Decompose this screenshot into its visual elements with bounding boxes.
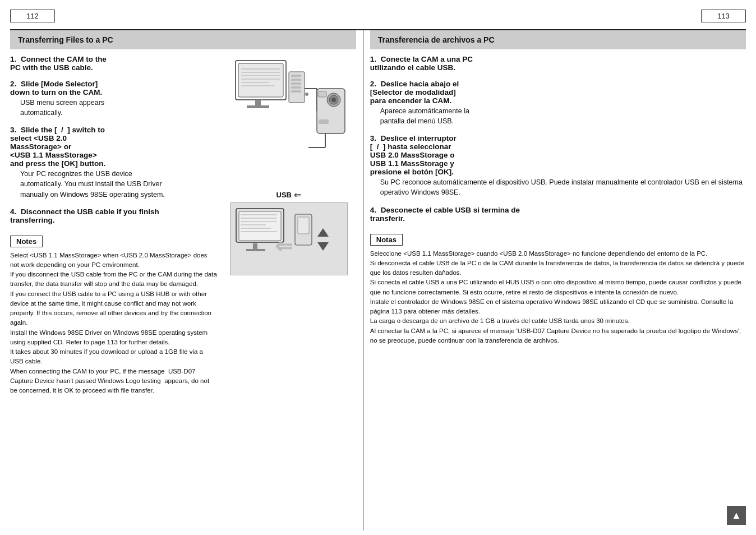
left-step2-sub: USB menu screen appearsautomatically.: [20, 98, 218, 118]
right-instruction-2-text: 2. Deslice hacia abajo el[Selector de mo…: [370, 80, 746, 105]
right-instruction-4-text: 4. Desconecte el cable USB si termina de…: [370, 206, 746, 223]
svg-marker-43: [317, 242, 329, 251]
svg-rect-8: [291, 86, 301, 89]
two-col-layout: Transferring Files to a PC 1. Connect th…: [10, 30, 746, 531]
left-content-area: 1. Connect the CAM to thePC with the USB…: [10, 55, 356, 531]
right-instruction-3: 3. Deslice el interruptor[ / ] hasta sel…: [370, 134, 746, 197]
left-instruction-2-text: 2. Slide [Mode Selector]down to turn on …: [10, 80, 218, 96]
right-section-title: Transferencia de archivos a PC: [378, 35, 495, 44]
right-step2-bold: Deslice hacia abajo el[Selector de modal…: [370, 80, 459, 105]
left-step3-bold: Slide the [ / ] switch toselect <USB 2.0…: [10, 126, 105, 168]
svg-rect-36: [241, 224, 266, 225]
right-instructions: 1. Conecte la CAM a una PCutilizando el …: [370, 55, 746, 531]
svg-rect-5: [291, 75, 301, 77]
left-column: Transferring Files to a PC 1. Connect th…: [10, 30, 363, 531]
left-page-number: 112: [10, 10, 55, 22]
svg-rect-40: [298, 217, 309, 234]
left-instructions: 1. Connect the CAM to thePC with the USB…: [10, 55, 222, 531]
svg-rect-3: [247, 105, 269, 108]
svg-rect-12: [241, 72, 280, 73]
scroll-up-button[interactable]: ▲: [727, 506, 746, 525]
svg-rect-37: [241, 228, 271, 229]
left-instruction-1-text: 1. Connect the CAM to thePC with the USB…: [10, 55, 218, 72]
svg-rect-38: [241, 231, 277, 232]
left-instruction-4-text: 4. Disconnect the USB cable if you finis…: [10, 207, 218, 224]
svg-rect-1: [238, 63, 283, 97]
right-section-header: Transferencia de archivos a PC: [370, 30, 746, 49]
svg-rect-31: [253, 243, 257, 249]
left-step4-bold: Disconnect the USB cable if you finishtr…: [10, 207, 159, 224]
svg-point-10: [305, 93, 308, 96]
svg-rect-32: [246, 249, 265, 251]
right-notes-text: Seleccione <USB 1.1 MassStorage> cuando …: [370, 249, 746, 346]
svg-rect-13: [241, 75, 280, 76]
svg-rect-25: [318, 91, 326, 97]
bottom-illustration-svg: ⇐: [231, 203, 348, 275]
left-instruction-3: 3. Slide the [ / ] switch toselect <USB …: [10, 126, 218, 199]
svg-rect-15: [241, 82, 269, 83]
right-step4-bold: Desconecte el cable USB si termina detra…: [370, 206, 520, 223]
right-instruction-4: 4. Desconecte el cable USB si termina de…: [370, 206, 746, 223]
svg-rect-26: [319, 119, 329, 124]
arrow-up-icon: ▲: [731, 510, 741, 520]
svg-rect-9: [291, 90, 301, 93]
left-instruction-3-text: 3. Slide the [ / ] switch toselect <USB …: [10, 126, 218, 168]
left-notes-section: Notes Select <USB 1.1 MassStorage> when …: [10, 232, 218, 396]
left-notes-label: Notes: [10, 236, 43, 247]
center-illustration: USB ⇐: [222, 55, 356, 531]
right-step3-sub: Su PC reconoce automáticamente el dispos…: [380, 177, 746, 197]
right-instruction-1-text: 1. Conecte la CAM a una PCutilizando el …: [370, 55, 746, 72]
svg-rect-14: [241, 79, 280, 80]
left-step2-bold: Slide [Mode Selector]down to turn on the…: [10, 80, 102, 96]
bottom-illustration: ⇐: [230, 202, 348, 275]
left-section-title: Transferring Files to a PC: [18, 35, 113, 44]
left-instruction-1: 1. Connect the CAM to thePC with the USB…: [10, 55, 218, 72]
usb-label-area: USB ⇐: [276, 190, 301, 200]
right-step2-sub: Aparece automáticamente lapantalla del m…: [380, 106, 746, 126]
left-notes-text: Select <USB 1.1 MassStorage> when <USB 2…: [10, 251, 218, 396]
svg-rect-33: [241, 214, 277, 215]
left-instruction-4: 4. Disconnect the USB cable if you finis…: [10, 207, 218, 224]
right-column: Transferencia de archivos a PC 1. Conect…: [363, 30, 746, 531]
svg-marker-42: [317, 228, 329, 237]
usb-symbol: ⇐: [294, 190, 301, 200]
left-step1-bold: Connect the CAM to thePC with the USB ca…: [10, 55, 107, 72]
svg-rect-7: [291, 82, 301, 85]
svg-rect-35: [241, 221, 277, 222]
svg-rect-16: [241, 85, 275, 86]
right-notes-label: Notas: [370, 234, 403, 246]
svg-rect-34: [241, 218, 277, 219]
right-step1-bold: Conecte la CAM a una PCutilizando el cab…: [370, 55, 473, 72]
right-instruction-1: 1. Conecte la CAM a una PCutilizando el …: [370, 55, 746, 72]
usb-text: USB: [276, 191, 292, 199]
right-page-number: 113: [701, 10, 746, 22]
left-section-header: Transferring Files to a PC: [10, 30, 356, 49]
svg-text:⇐: ⇐: [275, 234, 293, 258]
device-illustration-svg: [230, 55, 348, 190]
top-row: 112 113: [10, 6, 746, 26]
page-container: 112 113 Transferring Files to a PC 1. Co…: [0, 0, 756, 535]
right-step3-bold: Deslice el interruptor[ / ] hasta selecc…: [370, 134, 457, 176]
left-step3-sub: Your PC recognizes the USB deviceautomat…: [20, 169, 218, 199]
right-notes-section: Notas Seleccione <USB 1.1 MassStorage> c…: [370, 230, 746, 346]
svg-rect-6: [291, 79, 301, 81]
right-instruction-2: 2. Deslice hacia abajo el[Selector de mo…: [370, 80, 746, 126]
left-instruction-2: 2. Slide [Mode Selector]down to turn on …: [10, 80, 218, 118]
svg-point-24: [331, 98, 336, 102]
right-instruction-3-text: 3. Deslice el interruptor[ / ] hasta sel…: [370, 134, 746, 176]
